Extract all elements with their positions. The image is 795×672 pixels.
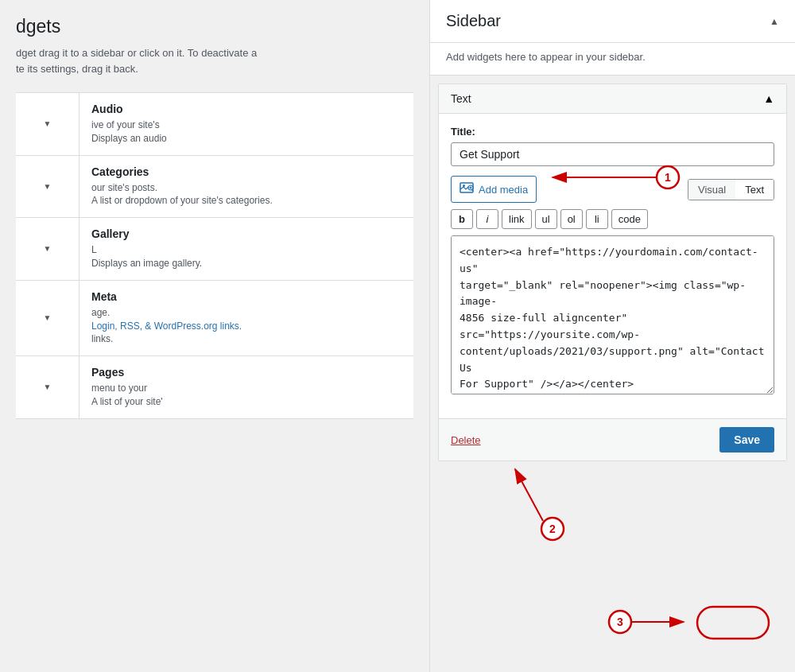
pages-info: Pages menu to your A list of your site' <box>80 356 413 418</box>
text-widget-title: Text <box>451 92 471 105</box>
widget-row-categories: ▼ Categories our site's posts. A list or… <box>16 155 413 218</box>
format-link-button[interactable]: link <box>502 209 532 229</box>
format-li-button[interactable]: li <box>586 209 608 229</box>
chevron-down-icon: ▼ <box>44 313 52 322</box>
meta-desc-link[interactable]: Login, RSS, & WordPress.org links. <box>91 320 242 332</box>
pages-desc: menu to your A list of your site' <box>91 382 401 409</box>
chevron-down-icon: ▼ <box>44 383 52 391</box>
audio-name: Audio <box>91 103 401 115</box>
media-icon <box>460 181 474 198</box>
add-media-label: Add media <box>479 184 528 196</box>
pages-name: Pages <box>91 366 401 379</box>
save-button[interactable]: Save <box>719 427 774 453</box>
html-editor[interactable]: <center><a href="https://yourdomain.com/… <box>451 235 774 394</box>
chevron-down-icon: ▼ <box>44 244 52 253</box>
gallery-desc: L Displays an image gallery. <box>91 243 401 270</box>
format-ol-button[interactable]: ol <box>560 209 583 229</box>
text-widget: Text ▲ Title: <box>438 84 787 461</box>
audio-info: Audio ive of your site's Displays an aud… <box>80 93 413 155</box>
format-code-button[interactable]: code <box>611 209 648 229</box>
editor-toolbar: Add media Visual Text <box>451 176 774 203</box>
widget-row-gallery: ▼ Gallery L Displays an image gallery. <box>16 217 413 280</box>
categories-name: Categories <box>91 165 401 178</box>
collapse-icon[interactable]: ▲ <box>770 16 779 27</box>
format-ul-button[interactable]: ul <box>535 209 557 229</box>
gallery-toggle[interactable]: ▼ <box>16 218 80 280</box>
svg-point-1 <box>463 185 465 187</box>
widgets-panel: dgets dget drag it to a sidebar or click… <box>0 0 429 672</box>
sidebar-description: Add widgets here to appear in your sideb… <box>430 43 795 76</box>
meta-name: Meta <box>91 290 401 303</box>
pages-toggle[interactable]: ▼ <box>16 356 80 418</box>
meta-info: Meta age. Login, RSS, & WordPress.org li… <box>80 281 413 355</box>
categories-desc: our site's posts. A list or dropdown of … <box>91 181 401 208</box>
widget-row-pages: ▼ Pages menu to your A list of your site… <box>16 355 413 419</box>
sidebar-title: Sidebar <box>446 12 501 30</box>
tab-text[interactable]: Text <box>735 180 774 200</box>
title-input[interactable] <box>451 142 774 166</box>
meta-toggle[interactable]: ▼ <box>16 281 80 355</box>
meta-desc: age. Login, RSS, & WordPress.org links. … <box>91 306 401 346</box>
format-italic-button[interactable]: i <box>476 209 498 229</box>
delete-link[interactable]: Delete <box>451 434 481 446</box>
title-field-label: Title: <box>451 126 774 138</box>
text-widget-header[interactable]: Text ▲ <box>439 84 786 114</box>
widget-footer: Delete Save <box>439 418 786 460</box>
page-title: dgets <box>16 16 413 37</box>
audio-toggle[interactable]: ▼ <box>16 93 80 155</box>
widget-row-meta: ▼ Meta age. Login, RSS, & WordPress.org … <box>16 280 413 355</box>
gallery-name: Gallery <box>91 227 401 240</box>
format-buttons: b i link ul ol li code <box>451 209 774 229</box>
view-tabs: Visual Text <box>688 179 774 200</box>
format-bold-button[interactable]: b <box>451 209 473 229</box>
categories-toggle[interactable]: ▼ <box>16 156 80 218</box>
categories-info: Categories our site's posts. A list or d… <box>80 156 413 218</box>
intro-text: dget drag it to a sidebar or click on it… <box>16 45 413 76</box>
chevron-down-icon: ▼ <box>44 182 52 191</box>
text-widget-body: Title: Add media <box>439 114 786 418</box>
widget-row-audio: ▼ Audio ive of your site's Displays an a… <box>16 92 413 155</box>
text-widget-collapse-icon[interactable]: ▲ <box>763 92 774 105</box>
sidebar-panel: Sidebar ▲ Add widgets here to appear in … <box>429 0 795 672</box>
add-media-button[interactable]: Add media <box>451 176 537 203</box>
chevron-down-icon: ▼ <box>44 119 52 128</box>
gallery-info: Gallery L Displays an image gallery. <box>80 218 413 280</box>
sidebar-header: Sidebar ▲ <box>430 0 795 43</box>
audio-desc: ive of your site's Displays an audio <box>91 118 401 146</box>
tab-visual[interactable]: Visual <box>688 180 735 200</box>
